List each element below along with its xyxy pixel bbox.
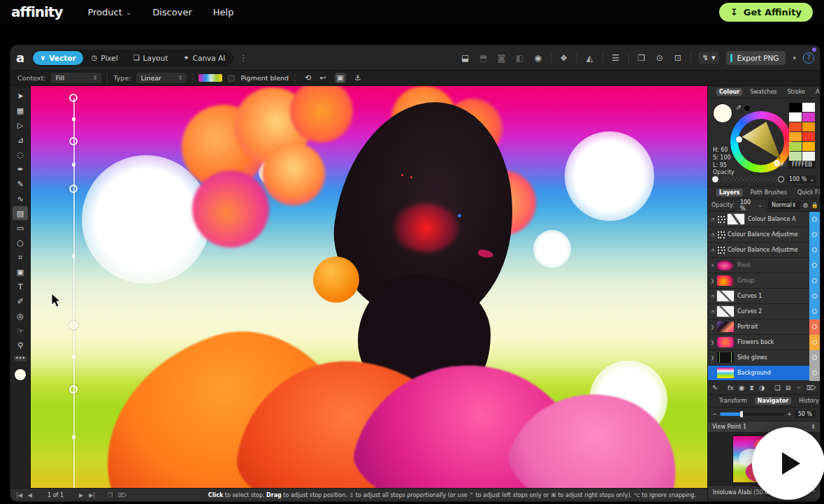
layer-badge-icon[interactable]: ◔ xyxy=(708,217,717,222)
mask-layer-icon[interactable]: ◉ xyxy=(739,384,744,391)
layer-badge-icon[interactable]: ⁝ xyxy=(708,370,717,376)
frame-text-tool[interactable]: ⌗ xyxy=(13,250,28,264)
rectangle-tool[interactable]: ▭ xyxy=(13,221,28,235)
fill-gradient-tool[interactable]: ▨ xyxy=(13,206,28,220)
layer-visibility-cell[interactable] xyxy=(809,289,820,304)
persona-tab-pixel[interactable]: ◷Pixel xyxy=(85,51,125,65)
swatch[interactable] xyxy=(789,103,802,112)
boolean-intersect-icon[interactable]: ◙ xyxy=(496,53,507,63)
rotate-gradient-icon[interactable]: ⟲ xyxy=(305,73,311,82)
visibility-toggle-icon[interactable] xyxy=(812,324,817,329)
node-tool[interactable]: ▷ xyxy=(13,118,28,132)
gradient-stop[interactable] xyxy=(69,137,78,145)
export-dropdown-icon[interactable]: ▾ xyxy=(793,55,796,62)
layer-visibility-cell[interactable] xyxy=(809,319,820,335)
canvas-artwork[interactable] xyxy=(31,86,707,488)
gradient-stop[interactable] xyxy=(69,185,78,193)
active-colour-well[interactable] xyxy=(15,369,26,380)
layer-row[interactable]: ◔Colour Balance A xyxy=(708,212,820,227)
nav-item-discover[interactable]: Discover xyxy=(152,7,192,17)
visibility-toggle-icon[interactable] xyxy=(812,278,817,283)
layers-opacity-select[interactable]: 100 % ⌄ xyxy=(737,198,765,213)
layer-badge-icon[interactable]: ❯ xyxy=(708,355,717,361)
gradient-preview-swatch[interactable] xyxy=(198,74,222,82)
gradient-stop[interactable] xyxy=(69,321,78,329)
layer-visibility-cell[interactable] xyxy=(809,227,820,243)
zoom-in-icon[interactable]: + xyxy=(787,411,792,417)
layer-row[interactable]: ✳Pixel xyxy=(708,258,820,273)
swatch[interactable] xyxy=(802,132,815,141)
visibility-toggle-icon[interactable] xyxy=(812,309,817,314)
layer-row[interactable]: ◔Colour Balance Adjustme xyxy=(708,243,820,258)
eyedropper-icon[interactable]: ✑ xyxy=(734,103,744,113)
pen-tool[interactable]: ✒ xyxy=(13,162,28,176)
opacity-value-select[interactable]: 100 % ⌄ xyxy=(787,175,816,183)
gradient-type-select[interactable]: Linear ⇕ xyxy=(136,73,187,83)
layer-visibility-cell[interactable] xyxy=(809,243,820,258)
opacity-slider[interactable] xyxy=(721,177,784,182)
alignment-icon[interactable]: ☰ xyxy=(610,53,621,63)
gradient-stop[interactable] xyxy=(69,94,78,102)
layer-row[interactable]: ◔Curves 2 xyxy=(708,304,820,319)
visibility-toggle-icon[interactable] xyxy=(812,263,817,268)
layer-row[interactable]: ❯Flowers back xyxy=(708,335,820,350)
picture-frame-tool[interactable]: ▣ xyxy=(13,265,28,279)
duplicate-page-icon[interactable]: ❐ xyxy=(108,492,113,498)
boolean-combine-icon[interactable]: ◉ xyxy=(533,53,544,63)
tab-navigator[interactable]: Navigator xyxy=(755,397,791,405)
next-page-icon[interactable]: ▶ xyxy=(79,492,83,498)
opacity-knob[interactable] xyxy=(778,176,784,182)
layer-row[interactable]: ❯Portrait xyxy=(708,319,820,335)
nav-item-help[interactable]: Help xyxy=(213,7,234,17)
get-affinity-button[interactable]: ↧ Get Affinity xyxy=(719,3,813,22)
swatch[interactable] xyxy=(802,152,815,161)
tab-swatches[interactable]: Swatches xyxy=(747,88,779,96)
nav-item-product[interactable]: Product ⌄ xyxy=(87,7,131,17)
style-picker-tool[interactable]: ✐ xyxy=(13,294,28,308)
lock-icon[interactable]: 🔒 xyxy=(811,202,818,208)
tab-layers[interactable]: Layers xyxy=(716,189,743,196)
view-hand-tool[interactable]: ☞ xyxy=(13,324,28,338)
current-colour-swatch[interactable] xyxy=(714,104,732,122)
pencil-tool[interactable]: ✎ xyxy=(13,177,28,191)
flip-horizontal-icon[interactable]: ◭ xyxy=(584,53,595,63)
layer-row[interactable]: ❯Group xyxy=(708,273,820,289)
reverse-gradient-icon[interactable]: ↩ xyxy=(319,73,326,82)
layer-badge-icon[interactable]: ◔ xyxy=(708,309,717,315)
boolean-add-icon[interactable]: ⬓ xyxy=(460,53,471,63)
prev-page-icon[interactable]: ◀ xyxy=(28,492,32,498)
hex-input[interactable]: FFFFEB xyxy=(788,161,816,168)
maintain-fill-aspect-icon[interactable]: ▣ xyxy=(335,73,346,83)
rotate-anchor-icon[interactable]: ⊙ xyxy=(654,53,665,63)
tab-transform[interactable]: Transform xyxy=(716,397,750,405)
zoom-out-icon[interactable]: − xyxy=(712,411,717,417)
zoom-slider[interactable] xyxy=(720,412,784,416)
visibility-toggle-icon[interactable] xyxy=(812,217,817,222)
anchor-icon[interactable]: ⚓ xyxy=(354,73,361,82)
shape-tool[interactable]: ○ xyxy=(13,236,28,250)
sat-marker[interactable] xyxy=(774,160,780,166)
context-select[interactable]: Fill ⇕ xyxy=(51,73,101,83)
blend-mode-select[interactable]: Normal ⇕ xyxy=(768,201,800,210)
visibility-toggle-icon[interactable] xyxy=(812,247,817,252)
swatch[interactable] xyxy=(802,113,815,122)
layer-row[interactable]: ❯Side glows xyxy=(708,350,820,366)
layer-row[interactable]: ◔Curves 1 xyxy=(708,289,820,304)
edit-layer-icon[interactable]: ✎ xyxy=(712,384,718,391)
swatch[interactable] xyxy=(789,152,802,161)
layer-badge-icon[interactable]: ❯ xyxy=(708,340,717,345)
video-play-button[interactable] xyxy=(752,427,824,500)
layer-badge-icon[interactable]: ◔ xyxy=(708,232,717,238)
swatch[interactable] xyxy=(789,122,802,131)
gradient-line[interactable] xyxy=(73,98,75,488)
transform-duplicate-icon[interactable]: ❐ xyxy=(636,53,647,63)
boolean-subtract-icon[interactable]: ⬒ xyxy=(478,53,489,63)
new-group-icon[interactable]: ⊟ xyxy=(786,384,791,391)
layer-visibility-cell[interactable] xyxy=(809,366,820,381)
tab-stroke[interactable]: Stroke xyxy=(784,88,808,96)
layer-badge-icon[interactable]: ❯ xyxy=(708,324,717,330)
visibility-toggle-icon[interactable] xyxy=(812,355,817,360)
gradient-stop[interactable] xyxy=(69,385,78,394)
gradient-midpoint[interactable] xyxy=(72,117,75,121)
visibility-toggle-icon[interactable] xyxy=(812,340,817,345)
